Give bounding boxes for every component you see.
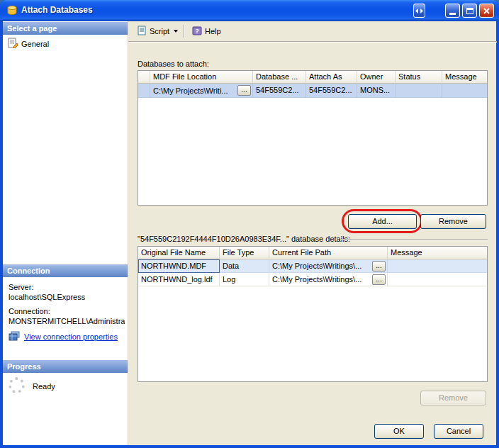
current-file-path-value: C:\My Projects\Writings\... xyxy=(272,274,361,284)
connection-label: Connection: xyxy=(9,307,50,315)
cell-current-file-path[interactable]: C:\My Projects\Writings\... ... xyxy=(269,259,388,273)
column-header-mdf-file-location[interactable]: MDF File Location xyxy=(150,71,253,84)
main-panel: Script ? Help Databases to attach: xyxy=(128,21,496,445)
sidebar-item-label: General xyxy=(21,40,49,48)
maximize-icon xyxy=(466,8,473,14)
cell-details-message[interactable] xyxy=(388,259,487,273)
cell-message[interactable] xyxy=(442,84,487,98)
script-icon xyxy=(137,26,147,37)
database-details-grid: Original File Name File Type Current Fil… xyxy=(138,246,488,382)
toolbar-separator xyxy=(184,25,184,38)
cell-original-file-name[interactable]: NORTHWND_log.ldf xyxy=(138,273,220,286)
dock-arrows-icon xyxy=(415,9,423,13)
attach-database-icon xyxy=(6,5,18,16)
cell-original-file-name[interactable]: NORTHWND.MDF xyxy=(138,259,220,273)
browse-path-button[interactable]: ... xyxy=(372,261,386,271)
details-grid-row[interactable]: NORTHWND.MDF Data C:\My Projects\Writing… xyxy=(138,259,487,273)
page-icon xyxy=(7,38,18,50)
window-title: Attach Databases xyxy=(21,5,93,15)
progress-header: Progress xyxy=(3,360,128,373)
cell-attach-as[interactable]: 54F559C2... xyxy=(306,84,357,98)
server-value: localhost\SQLExpress xyxy=(9,293,85,301)
close-icon xyxy=(483,8,490,14)
current-file-path-value: C:\My Projects\Writings\... xyxy=(272,261,361,271)
database-details-label: "54F559C2192F4444F10D26A0983E34F..." dat… xyxy=(138,235,350,243)
details-grid-row[interactable]: NORTHWND_log.ldf Log C:\My Projects\Writ… xyxy=(138,273,487,286)
connection-value: MONSTERMITCHELL\Administra xyxy=(9,317,125,325)
maximize-button[interactable] xyxy=(462,4,477,18)
cancel-button[interactable]: Cancel xyxy=(434,424,483,439)
cell-file-type[interactable]: Log xyxy=(220,273,269,286)
details-group-line xyxy=(341,239,488,240)
row-selector-header xyxy=(138,71,150,84)
script-button[interactable]: Script xyxy=(133,23,182,39)
cell-current-file-path[interactable]: C:\My Projects\Writings\... ... xyxy=(269,273,388,286)
svg-text:?: ? xyxy=(195,28,199,35)
progress-spinner-icon xyxy=(9,377,25,393)
cell-details-message[interactable] xyxy=(388,273,487,286)
row-selector-cell[interactable] xyxy=(138,84,150,98)
dialog-client-area: Select a page General Connection Server:… xyxy=(3,21,496,445)
add-button[interactable]: Add... xyxy=(348,214,417,229)
help-button[interactable]: ? Help xyxy=(188,23,225,39)
toolbar-divider xyxy=(128,41,497,43)
databases-to-attach-grid: MDF File Location Database ... Attach As… xyxy=(138,70,488,206)
progress-status: Ready xyxy=(33,382,55,391)
mdf-file-location-value: C:\My Projects\Writi... xyxy=(153,86,228,96)
column-header-file-type[interactable]: File Type xyxy=(220,247,269,259)
sidebar-item-general[interactable]: General xyxy=(7,38,49,50)
script-label: Script xyxy=(150,27,169,35)
server-label: Server: xyxy=(9,283,33,291)
attach-grid-header-row: MDF File Location Database ... Attach As… xyxy=(138,71,487,84)
dock-toggle-button[interactable] xyxy=(413,4,425,18)
view-connection-properties-link[interactable]: View connection properties xyxy=(9,331,118,342)
toolbar: Script ? Help xyxy=(128,21,497,41)
column-header-attach-as[interactable]: Attach As xyxy=(306,71,357,84)
close-button[interactable] xyxy=(479,4,494,18)
column-header-current-file-path[interactable]: Current File Path xyxy=(269,247,388,259)
cell-file-type[interactable]: Data xyxy=(220,259,269,273)
ok-button[interactable]: OK xyxy=(374,424,424,439)
remove-button[interactable]: Remove xyxy=(420,214,486,229)
cell-owner[interactable]: MONS... xyxy=(357,84,396,98)
select-a-page-header: Select a page xyxy=(3,22,128,35)
cell-database-name[interactable]: 54F559C2... xyxy=(253,84,306,98)
browse-mdf-button[interactable]: ... xyxy=(237,85,251,96)
minimize-button[interactable] xyxy=(445,4,460,18)
column-header-details-message[interactable]: Message xyxy=(388,247,487,259)
help-label: Help xyxy=(205,27,221,35)
details-remove-button: Remove xyxy=(420,391,486,405)
attach-databases-dialog: Attach Databases Select a page xyxy=(0,0,499,448)
column-header-original-file-name[interactable]: Original File Name xyxy=(138,247,220,259)
attach-grid-row[interactable]: C:\My Projects\Writi... ... 54F559C2... … xyxy=(138,84,487,98)
sidebar: Select a page General Connection Server:… xyxy=(3,21,128,445)
cell-mdf-file-location[interactable]: C:\My Projects\Writi... ... xyxy=(150,84,253,98)
connection-header: Connection xyxy=(3,264,128,277)
help-icon: ? xyxy=(192,26,202,37)
column-header-status[interactable]: Status xyxy=(396,71,442,84)
script-dropdown-arrow-icon xyxy=(174,30,178,33)
connection-properties-icon xyxy=(9,331,20,342)
cell-status[interactable] xyxy=(396,84,442,98)
column-header-database[interactable]: Database ... xyxy=(253,71,306,84)
databases-to-attach-label: Databases to attach: xyxy=(138,60,209,68)
column-header-owner[interactable]: Owner xyxy=(357,71,396,84)
column-header-message[interactable]: Message xyxy=(442,71,487,84)
titlebar[interactable]: Attach Databases xyxy=(0,0,499,21)
browse-path-button[interactable]: ... xyxy=(372,274,386,285)
minimize-icon xyxy=(449,13,456,15)
view-connection-properties-label: View connection properties xyxy=(24,332,118,341)
details-grid-header-row: Original File Name File Type Current Fil… xyxy=(138,247,487,259)
